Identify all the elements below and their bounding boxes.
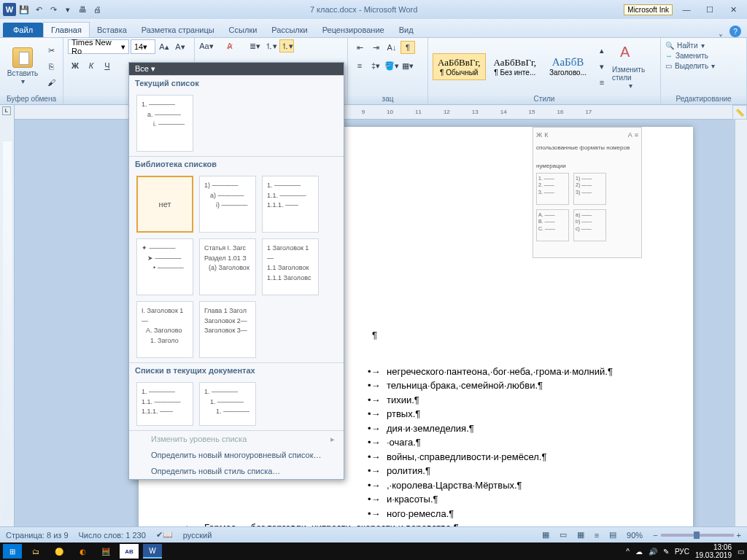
tray-cloud-icon[interactable]: ☁: [635, 548, 643, 556]
tab-file[interactable]: Файл: [3, 23, 43, 37]
tray-lang[interactable]: РУС: [675, 548, 689, 556]
zoom-value[interactable]: 90%: [627, 531, 643, 540]
list-lib-3[interactable]: 1. ————1.1. ————1.1.1. ——: [262, 176, 319, 233]
replace-button[interactable]: ↔Заменить: [665, 51, 742, 61]
spellcheck-icon[interactable]: ✔📖: [156, 530, 173, 540]
paste-button[interactable]: Вставить▾: [4, 39, 41, 93]
ink-button[interactable]: Microsoft Ink: [624, 4, 673, 15]
view-print-icon[interactable]: ▦: [542, 530, 549, 540]
copy-icon[interactable]: ⎘: [44, 60, 58, 73]
multilevel-list-icon[interactable]: ⒈▾: [279, 39, 294, 52]
bullets-icon[interactable]: ≣▾: [247, 39, 262, 52]
quick-print-icon[interactable]: 🖨: [90, 3, 104, 16]
zoom-in-icon[interactable]: +: [737, 531, 741, 540]
horizontal-ruler[interactable]: 1234567891011121314151617: [15, 105, 747, 120]
vertical-scrollbar[interactable]: [735, 105, 747, 526]
tab-view[interactable]: Вид: [392, 23, 421, 37]
list-lib-6[interactable]: 1 Заголовок 1—1.1 Заголовок1.1.1 Заголов…: [262, 238, 319, 295]
tab-home[interactable]: Главная: [43, 22, 90, 37]
sort-icon[interactable]: A↓: [384, 41, 399, 54]
status-language[interactable]: русский: [183, 531, 212, 540]
font-size-select[interactable]: 14▾: [131, 39, 155, 54]
inc-indent-icon[interactable]: ⇥: [368, 41, 383, 54]
redo-icon[interactable]: ↷: [47, 3, 60, 16]
tab-selector[interactable]: L: [2, 106, 11, 115]
styles-more-icon[interactable]: ≡: [595, 76, 609, 89]
maximize-button[interactable]: ☐: [700, 3, 719, 16]
status-page[interactable]: Страница: 8 из 9: [6, 531, 69, 540]
list-current[interactable]: 1. ———— a. ———— i. ————: [136, 95, 193, 152]
minimize-button[interactable]: —: [677, 3, 696, 16]
zoom-out-icon[interactable]: −: [653, 531, 657, 540]
view-outline-icon[interactable]: ≡: [595, 531, 599, 540]
cut-icon[interactable]: ✂: [44, 44, 58, 57]
tray-pen-icon[interactable]: ✎: [663, 548, 669, 556]
list-lib-8[interactable]: Глава 1 ЗаголЗаголовок 2—Заголовок 3—: [199, 301, 256, 358]
tray-up-icon[interactable]: ^: [626, 548, 630, 556]
close-button[interactable]: ✕: [724, 3, 743, 16]
style-normal[interactable]: АаБбВвГг, ¶ Обычный: [433, 53, 486, 80]
status-words[interactable]: Число слов: 1 230: [79, 531, 146, 540]
format-painter-icon[interactable]: 🖌: [44, 76, 58, 89]
grow-font-icon[interactable]: A▴: [157, 40, 171, 53]
underline-button[interactable]: Ч: [100, 59, 115, 72]
explorer-icon[interactable]: 🗂: [26, 544, 45, 559]
tab-review[interactable]: Рецензирование: [315, 23, 392, 37]
calculator-icon[interactable]: 🧮: [96, 544, 115, 559]
shading-icon[interactable]: 🪣▾: [384, 59, 399, 72]
cmd-define-list[interactable]: Определить новый многоуровневый список…: [129, 447, 344, 463]
chrome-icon[interactable]: 🟡: [50, 544, 69, 559]
italic-button[interactable]: К: [84, 59, 98, 72]
tray-clock[interactable]: 13:0619.03.2019: [695, 543, 732, 559]
find-button[interactable]: 🔍Найти▾: [665, 41, 742, 50]
ruler-toggle-icon[interactable]: 📏: [732, 105, 747, 120]
save-icon[interactable]: 💾: [18, 3, 31, 16]
styles-up-icon[interactable]: ▴: [595, 44, 609, 57]
print-preview-icon[interactable]: 🖶: [76, 3, 89, 16]
list-lib-4[interactable]: ✦ ————➤ ————• ————: [136, 238, 193, 295]
change-case-icon[interactable]: Aa▾: [199, 39, 214, 52]
align-icon[interactable]: ≡: [352, 59, 367, 72]
tab-mailings[interactable]: Рассылки: [264, 23, 314, 37]
styles-down-icon[interactable]: ▾: [595, 60, 609, 73]
numbering-icon[interactable]: ⒈▾: [263, 39, 278, 52]
select-button[interactable]: ▭Выделить▾: [665, 61, 742, 71]
font-name-select[interactable]: Times New Ro▾: [68, 39, 129, 54]
style-heading[interactable]: АаБбВ Заголово...: [544, 52, 592, 80]
tab-references[interactable]: Ссылки: [222, 23, 265, 37]
line-spacing-icon[interactable]: ‡▾: [368, 59, 383, 72]
tray-notifications-icon[interactable]: ▭: [738, 548, 744, 556]
app-icon-3[interactable]: AB: [120, 544, 139, 559]
list-doc-2[interactable]: 1. ————1. ————1. ————: [199, 382, 256, 426]
zoom-slider[interactable]: − +: [653, 531, 741, 540]
app-icon-2[interactable]: ◐: [73, 544, 92, 559]
borders-icon[interactable]: ▦▾: [400, 59, 415, 72]
dd-header[interactable]: Все ▾: [129, 63, 344, 75]
tab-insert[interactable]: Вставка: [90, 23, 134, 37]
start-button[interactable]: ⊞: [3, 544, 22, 559]
qat-more-icon[interactable]: ▾: [61, 3, 74, 16]
dec-indent-icon[interactable]: ⇤: [352, 41, 367, 54]
help-icon[interactable]: ?: [729, 26, 741, 37]
list-lib-7[interactable]: I. Заголовок 1—A. Заголово1. Заголо: [136, 301, 193, 358]
tab-layout[interactable]: Разметка страницы: [134, 23, 222, 37]
view-draft-icon[interactable]: ▤: [609, 530, 616, 540]
shrink-font-icon[interactable]: A▾: [173, 40, 187, 53]
tray-volume-icon[interactable]: 🔊: [649, 548, 657, 556]
bold-button[interactable]: Ж: [68, 59, 82, 72]
view-read-icon[interactable]: ▭: [560, 530, 567, 540]
list-lib-5[interactable]: Статья I. ЗагсРаздел 1.01 З(a) Заголовок: [199, 238, 256, 295]
list-none[interactable]: нет: [136, 176, 193, 233]
minimize-ribbon-icon[interactable]: ˬ: [715, 26, 727, 37]
style-nospacing[interactable]: АаБбВвГг, ¶ Без инте...: [489, 53, 542, 80]
word-taskbar-icon[interactable]: W: [143, 544, 162, 559]
list-lib-2[interactable]: 1) ————a) ————i) ————: [199, 176, 256, 233]
view-web-icon[interactable]: ▦: [577, 530, 584, 540]
group-clipboard: Вставить▾ ✂ ⎘ 🖌 Буфер обмена: [0, 38, 63, 104]
clear-format-icon[interactable]: A̷: [222, 39, 237, 52]
list-doc-1[interactable]: 1. ————1.1. ————1.1.1. ——: [136, 382, 193, 426]
undo-icon[interactable]: ↶: [32, 3, 45, 16]
change-styles-button[interactable]: A Изменить стили▾: [612, 44, 649, 90]
show-marks-icon[interactable]: ¶: [400, 41, 415, 54]
cmd-define-style[interactable]: Определить новый стиль списка…: [129, 463, 344, 479]
